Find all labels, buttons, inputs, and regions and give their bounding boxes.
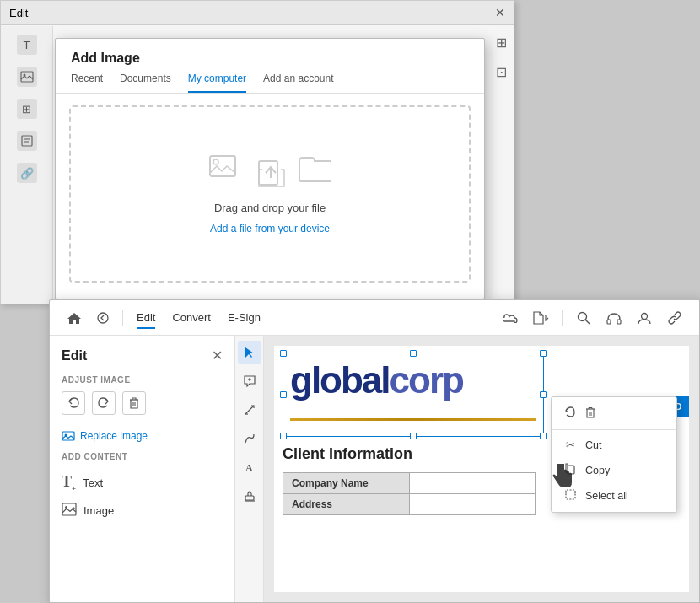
text-tool[interactable]: A [238,455,261,479]
back-button[interactable] [90,305,116,331]
svg-point-6 [213,159,218,164]
edit-sidebar-close-icon[interactable]: ✕ [212,347,223,363]
select-all-label: Select all [585,490,628,502]
drop-upload-icon [256,154,286,188]
cloud-button[interactable] [498,305,523,331]
context-menu-cut[interactable]: ✂ Cut [552,433,676,457]
company-name-label: Company Name [283,473,410,494]
address-value [409,494,536,515]
bg-panel-titlebar: Edit ✕ [1,1,514,25]
tab-my-computer[interactable]: My computer [188,73,246,93]
dialog-title: Add Image [56,39,484,66]
edit-text-tool[interactable] [238,398,261,422]
context-menu-refresh[interactable] [552,401,676,427]
file-button[interactable] [528,305,553,331]
svg-rect-13 [607,320,611,324]
cut-icon: ✂ [563,439,577,451]
tab-recent[interactable]: Recent [71,73,103,93]
svg-rect-0 [21,72,33,82]
context-menu-select-all[interactable]: Select all [552,483,676,509]
undo-button[interactable] [62,391,85,415]
link-button[interactable] [662,305,687,331]
context-menu-sep [552,429,676,430]
home-button[interactable] [62,305,87,331]
refresh-icon [563,406,577,421]
svg-rect-5 [210,156,235,176]
select-all-icon [563,489,577,503]
text-icon: T+ [62,473,76,493]
globalcorp-logo: globalcorp [290,362,463,399]
add-comment-tool[interactable] [238,369,261,393]
bg-sidebar-item-4[interactable] [17,131,37,151]
svg-point-15 [642,313,648,319]
copy-label: Copy [585,465,610,476]
drop-icons [208,154,331,188]
bg-sidebar-item-image[interactable] [17,67,37,87]
svg-rect-20 [62,503,76,515]
convert-button[interactable]: Convert [165,308,218,327]
context-menu-copy[interactable]: Copy [552,457,676,483]
stamp-tool[interactable] [238,484,261,508]
dialog-tabs: Recent Documents My computer Add an acco… [56,66,484,94]
copy-icon [563,463,577,477]
search-button[interactable] [571,305,596,331]
toolbar-right-icons [498,305,687,331]
selected-image[interactable]: globalcorp [283,353,544,437]
redo-button[interactable] [92,391,116,415]
table-row: Company Name [283,473,536,494]
svg-marker-9 [67,313,81,324]
client-info-heading: Client Information [283,445,412,463]
headphones-button[interactable] [601,305,627,331]
bg-sidebar-icon-3: ⊞ [17,99,37,119]
main-body: Edit ✕ ADJUST IMAGE Replace image [50,336,699,602]
bg-sidebar-icon-4 [17,131,37,151]
edit-sidebar-title: Edit [62,348,87,363]
toolbar-sep-2 [562,310,563,326]
bg-sidebar-item-3[interactable]: ⊞ [17,99,37,119]
svg-point-21 [65,506,67,509]
curve-tool[interactable] [238,427,261,450]
add-image-item[interactable]: Image [62,498,223,525]
adjust-image-row [62,391,223,415]
bg-sidebar-item-5[interactable]: 🔗 [17,163,37,183]
svg-rect-30 [245,496,254,500]
drop-area[interactable]: Drag and drop your file Add a file from … [69,105,471,283]
main-panel: Edit Convert E-Sign [49,299,700,603]
drop-link[interactable]: Add a file from your device [210,223,330,234]
table-row: Address [283,494,536,515]
delete-image-button[interactable] [122,391,146,415]
add-text-item[interactable]: T+ Text [62,468,223,498]
add-content-label: ADD CONTENT [62,452,223,461]
tab-add-account[interactable]: Add an account [263,73,333,93]
edit-button[interactable]: Edit [130,308,162,327]
bg-close-icon[interactable]: ✕ [495,6,505,19]
replace-image-icon [62,430,75,442]
cut-label: Cut [585,439,601,451]
drop-text: Drag and drop your file [214,202,326,214]
bg-panel-title: Edit [9,7,28,19]
content-area: A [235,336,699,602]
add-content-section: ADD CONTENT T+ Text Image [62,452,223,525]
bg-sidebar: T ⊞ 🔗 [1,26,53,304]
bg-sidebar-icon-5: 🔗 [17,163,37,183]
image-item-label: Image [83,504,114,517]
cursor-tool[interactable] [238,341,261,364]
bg-sidebar-item-text[interactable]: T [17,35,37,55]
edit-sidebar-header: Edit ✕ [62,347,223,363]
adjust-image-label: ADJUST IMAGE [62,375,223,385]
esign-button[interactable]: E-Sign [221,308,267,327]
svg-line-27 [245,406,254,414]
main-toolbar: Edit Convert E-Sign [50,300,699,336]
svg-rect-14 [617,320,621,324]
text-item-label: Text [83,476,103,489]
document-view: globalcorp Client Information Company Na… [274,346,689,592]
toolbar-sep-1 [122,310,123,326]
tab-documents[interactable]: Documents [120,73,171,93]
svg-rect-18 [62,432,74,440]
delete-context-icon [585,406,595,421]
replace-image-button[interactable]: Replace image [62,427,223,445]
drop-folder-icon [298,154,331,183]
svg-text:A: A [245,462,253,473]
tool-strip: A [235,336,264,602]
account-button[interactable] [632,305,657,331]
